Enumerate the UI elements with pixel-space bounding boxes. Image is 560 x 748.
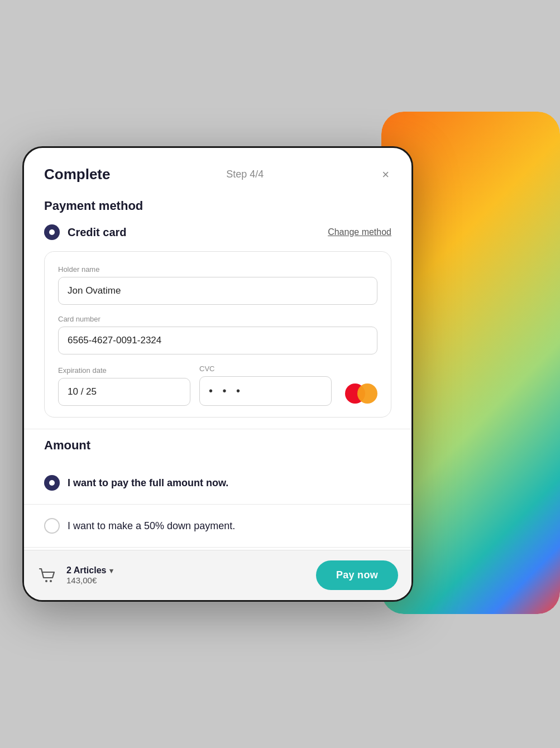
cart-icon [37, 565, 58, 586]
credit-card-radio[interactable] [44, 224, 60, 240]
holder-name-label: Holder name [58, 265, 377, 274]
down-payment-label: I want to make a 50% down payment. [68, 520, 235, 532]
step-indicator: Step 4/4 [226, 169, 264, 180]
svg-point-1 [50, 580, 52, 582]
footer-bar: 2 Articles ▾ 143,00€ Pay now [24, 550, 411, 600]
amount-section-title: Amount [24, 431, 411, 464]
card-number-input[interactable] [58, 327, 377, 354]
cart-articles[interactable]: 2 Articles ▾ [66, 565, 307, 576]
payment-method-left: Credit card [44, 224, 127, 240]
full-amount-label: I want to pay the full amount now. [68, 477, 228, 489]
modal-header: Complete Step 4/4 × [24, 148, 411, 192]
card-number-label: Card number [58, 315, 377, 323]
modal-title: Complete [44, 166, 110, 183]
cvc-input[interactable]: • • • [199, 376, 332, 406]
down-payment-radio[interactable] [44, 518, 60, 534]
cvc-label: CVC [199, 365, 332, 373]
full-amount-radio[interactable] [44, 475, 60, 491]
close-button[interactable]: × [380, 166, 391, 183]
mastercard-logo [345, 383, 377, 406]
payment-section-title: Payment method [24, 192, 411, 224]
divider-2 [24, 504, 411, 505]
cvc-dots-display: • • • [209, 385, 243, 397]
holder-name-input[interactable] [58, 277, 377, 305]
articles-count: 2 Articles [66, 565, 106, 576]
expiration-group: Expiration date [58, 366, 190, 406]
card-form-bottom-row: Expiration date CVC • • • [58, 365, 377, 406]
chevron-down-icon: ▾ [109, 567, 113, 575]
cart-price: 143,00€ [66, 576, 307, 585]
change-method-button[interactable]: Change method [328, 227, 391, 237]
down-payment-option[interactable]: I want to make a 50% down payment. [24, 507, 411, 545]
cvc-group: CVC • • • [199, 365, 332, 406]
divider-1 [24, 429, 411, 429]
pay-now-button[interactable]: Pay now [316, 560, 398, 590]
holder-name-group: Holder name [58, 265, 377, 305]
expiration-input[interactable] [58, 378, 190, 406]
expiration-label: Expiration date [58, 366, 190, 375]
cart-svg-icon [37, 565, 58, 586]
card-form: Holder name Card number Expiration date … [44, 251, 391, 418]
full-amount-radio-dot [49, 480, 55, 486]
radio-inner-dot [49, 229, 55, 235]
payment-modal: Complete Step 4/4 × Payment method Credi… [22, 146, 413, 602]
svg-point-0 [45, 580, 47, 582]
full-amount-option[interactable]: I want to pay the full amount now. [24, 464, 411, 502]
cart-info: 2 Articles ▾ 143,00€ [66, 565, 307, 585]
credit-card-label: Credit card [68, 226, 127, 239]
card-number-group: Card number [58, 315, 377, 354]
mastercard-orange-circle [357, 383, 377, 404]
divider-3 [24, 547, 411, 548]
payment-method-row: Credit card Change method [24, 224, 411, 251]
